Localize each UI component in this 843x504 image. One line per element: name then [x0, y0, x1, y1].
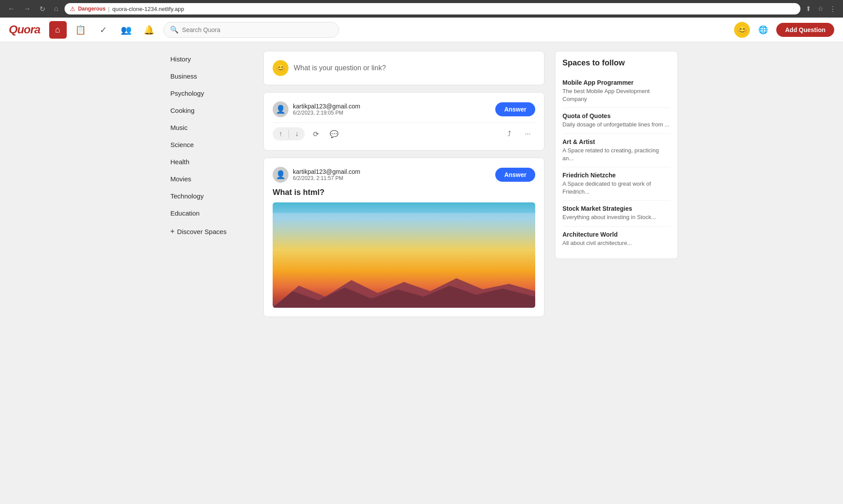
comment-icon: 💬: [330, 130, 339, 138]
browser-actions: ⬆ ☆ ⋮: [804, 3, 838, 14]
people-nav-button[interactable]: 👥: [118, 21, 135, 39]
left-sidebar: History Business Psychology Cooking Musi…: [165, 51, 253, 324]
sidebar-item-psychology[interactable]: Psychology: [165, 85, 253, 101]
space-name-quota-quotes: Quota of Quotes: [562, 112, 670, 119]
post-time-2: 6/2/2023, 2:11:57 PM: [293, 175, 491, 181]
sunset-mountains: [273, 271, 535, 308]
nav-refresh-button[interactable]: ↻: [37, 3, 48, 15]
quora-logo[interactable]: Quora: [9, 23, 40, 36]
quora-header: Quora ⌂ 📋 ✓ 👥 🔔 🔍 😊 🌐 Add Question: [0, 18, 843, 42]
question-input-card[interactable]: 😊 What is your question or link?: [263, 51, 544, 85]
sidebar-item-technology[interactable]: Technology: [165, 188, 253, 204]
person-icon-2: 👤: [276, 170, 285, 180]
space-item-mobile-app[interactable]: Mobile App Programmer The best Mobile Ap…: [562, 75, 670, 108]
spaces-card: Spaces to follow Mobile App Programmer T…: [555, 51, 678, 259]
repost-button-1[interactable]: ⟳: [308, 126, 323, 141]
space-name-architecture: Architecture World: [562, 231, 670, 238]
space-name-nietzche: Friedrich Nietzche: [562, 172, 670, 179]
center-feed: 😊 What is your question or link? 👤 karti…: [263, 51, 544, 324]
space-item-nietzche[interactable]: Friedrich Nietzche A Space dedicated to …: [562, 167, 670, 201]
browser-menu-button[interactable]: ⋮: [828, 3, 838, 14]
plus-icon: +: [170, 227, 174, 235]
upvote-button-1[interactable]: ↑: [273, 127, 288, 140]
answer-button-2[interactable]: Answer: [495, 168, 535, 182]
sidebar-item-education[interactable]: Education: [165, 205, 253, 221]
question-placeholder-text: What is your question or link?: [294, 64, 386, 72]
bookmark-button[interactable]: ☆: [816, 3, 825, 14]
post-card-1: 👤 kartikpal123@gmail.com 6/2/2023, 2:19:…: [263, 92, 544, 151]
space-desc-architecture: All about civil architecture...: [562, 239, 670, 247]
space-item-art-artist[interactable]: Art & Artist A Space retated to creating…: [562, 134, 670, 167]
post-meta-2: kartikpal123@gmail.com 6/2/2023, 2:11:57…: [293, 168, 491, 181]
sidebar-item-business[interactable]: Business: [165, 68, 253, 84]
bell-nav-button[interactable]: 🔔: [140, 21, 158, 39]
people-icon: 👥: [121, 25, 132, 35]
post-image-2: [273, 202, 535, 308]
search-input[interactable]: [182, 26, 332, 33]
sunset-clouds: [273, 213, 535, 245]
space-item-quota-quotes[interactable]: Quota of Quotes Daily dosage of unforget…: [562, 108, 670, 133]
post-avatar-2: 👤: [273, 167, 288, 183]
nav-home-button[interactable]: ⌂: [51, 3, 61, 14]
main-layout: History Business Psychology Cooking Musi…: [158, 42, 685, 333]
comment-button-1[interactable]: 💬: [327, 126, 342, 141]
search-bar[interactable]: 🔍: [163, 22, 339, 38]
space-item-stock-market[interactable]: Stock Market Strategies Everything about…: [562, 201, 670, 226]
post-header-1: 👤 kartikpal123@gmail.com 6/2/2023, 2:19:…: [273, 101, 535, 117]
space-name-art-artist: Art & Artist: [562, 138, 670, 145]
post-avatar-1: 👤: [273, 101, 288, 117]
sidebar-item-health[interactable]: Health: [165, 154, 253, 170]
space-desc-quota-quotes: Daily dosage of unforgettable lines from…: [562, 121, 670, 129]
nav-forward-button[interactable]: →: [21, 3, 33, 14]
sidebar-item-cooking[interactable]: Cooking: [165, 102, 253, 119]
spaces-to-follow-title: Spaces to follow: [562, 58, 670, 68]
search-icon: 🔍: [170, 25, 179, 34]
clipboard-icon: 📋: [75, 25, 86, 35]
browser-chrome: ← → ↻ ⌂ ⚠ Dangerous | quora-clone-1234.n…: [0, 0, 843, 18]
address-bar[interactable]: ⚠ Dangerous | quora-clone-1234.netlify.a…: [65, 3, 800, 14]
repost-icon: ⟳: [313, 130, 319, 138]
post-meta-1: kartikpal123@gmail.com 6/2/2023, 2:19:05…: [293, 103, 491, 116]
nav-back-button[interactable]: ←: [5, 3, 18, 14]
post-header-2: 👤 kartikpal123@gmail.com 6/2/2023, 2:11:…: [273, 167, 535, 183]
space-item-architecture[interactable]: Architecture World All about civil archi…: [562, 227, 670, 252]
answer-button-1[interactable]: Answer: [495, 102, 535, 116]
share-button-1[interactable]: ⤴: [502, 126, 517, 141]
clipboard-nav-button[interactable]: 📋: [72, 21, 90, 39]
space-desc-art-artist: A Space retated to creating, practicing …: [562, 147, 670, 162]
sidebar-item-history[interactable]: History: [165, 51, 253, 67]
post-card-2: 👤 kartikpal123@gmail.com 6/2/2023, 2:11:…: [263, 158, 544, 317]
globe-button[interactable]: 🌐: [755, 22, 771, 38]
more-button-1[interactable]: ···: [520, 126, 535, 141]
avatar-emoji: 😊: [737, 25, 748, 35]
check-nav-button[interactable]: ✓: [95, 21, 112, 39]
check-icon: ✓: [100, 25, 107, 35]
downvote-button-1[interactable]: ↓: [289, 127, 305, 140]
discover-spaces-link[interactable]: + Discover Spaces: [165, 223, 253, 240]
sidebar-item-science[interactable]: Science: [165, 137, 253, 153]
more-icon: ···: [525, 130, 530, 138]
post-author-2: kartikpal123@gmail.com: [293, 168, 491, 175]
space-desc-nietzche: A Space dedicated to great work of Fried…: [562, 180, 670, 196]
person-icon: 👤: [276, 104, 285, 114]
home-nav-button[interactable]: ⌂: [49, 21, 67, 39]
space-desc-stock-market: Everything about investing in Stock...: [562, 213, 670, 221]
url-text: quora-clone-1234.netlify.app: [112, 6, 184, 12]
space-name-mobile-app: Mobile App Programmer: [562, 79, 670, 86]
add-question-button[interactable]: Add Question: [776, 23, 834, 37]
user-avatar-button[interactable]: 😊: [734, 22, 750, 38]
bell-icon: 🔔: [144, 25, 155, 35]
right-sidebar: Spaces to follow Mobile App Programmer T…: [555, 51, 678, 324]
warning-icon: ⚠: [70, 5, 76, 12]
share-page-button[interactable]: ⬆: [804, 3, 813, 14]
post-actions-1: ↑ ↓ ⟳ 💬 ⤴ ···: [273, 122, 535, 141]
post-author-1: kartikpal123@gmail.com: [293, 103, 491, 110]
user-avatar-small: 😊: [273, 60, 288, 76]
share-icon: ⤴: [508, 130, 511, 138]
post-title-2: What is html?: [273, 188, 535, 197]
vote-group-1: ↑ ↓: [273, 127, 305, 140]
danger-label: Dangerous: [78, 6, 106, 12]
sidebar-item-music[interactable]: Music: [165, 119, 253, 136]
sidebar-item-movies[interactable]: Movies: [165, 171, 253, 187]
post-time-1: 6/2/2023, 2:19:05 PM: [293, 110, 491, 116]
